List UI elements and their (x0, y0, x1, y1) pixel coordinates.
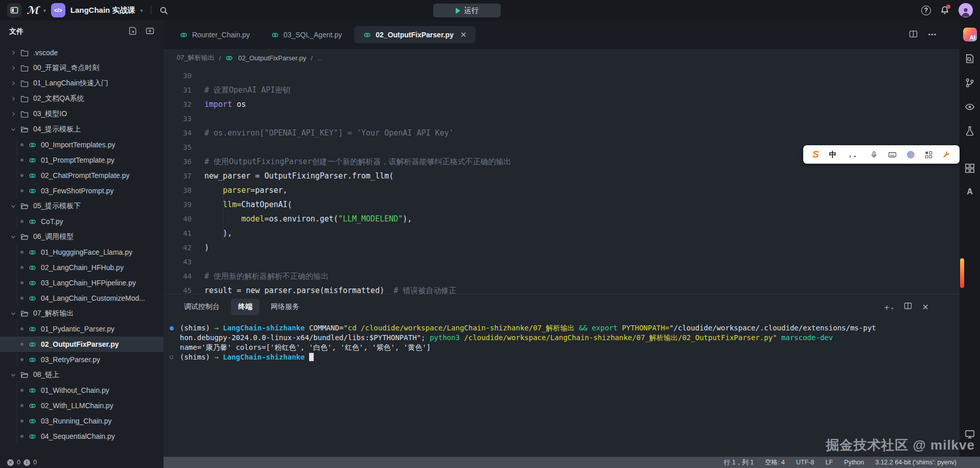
eye-icon[interactable] (965, 102, 975, 112)
tree-file[interactable]: 03_LangChain_HFPipeline.py (0, 275, 164, 291)
langchain-file-icon (29, 249, 37, 256)
help-icon[interactable]: ? (921, 6, 931, 15)
grid-icon[interactable] (925, 151, 932, 159)
line-number: 39 (164, 200, 192, 209)
line-number: 37 (164, 172, 192, 180)
code-editor[interactable]: 3031# 设置OpenAI API密钥32import os3334# os.… (164, 66, 960, 294)
ai-badge[interactable]: AI (963, 28, 977, 41)
tree-item-label: 03_FewShotPrompt.py (41, 187, 113, 195)
tree-file[interactable]: 00_ImportTemplates.py (0, 137, 164, 152)
project-name[interactable]: LangChain 实战课 (71, 6, 135, 15)
line-number: 31 (164, 86, 192, 94)
terminal-text: (shims) → LangChain-shizhanke (180, 352, 314, 362)
tree-folder[interactable]: 03_模型IO (0, 106, 164, 122)
code-line: 38 parser=parser, (164, 183, 960, 197)
line-number: 30 (164, 72, 192, 80)
sidebar-toggle-button[interactable] (7, 3, 21, 17)
tree-file[interactable]: 01_Pydantic_Parser.py (0, 321, 164, 337)
tree-file[interactable]: 03_RetryParser.py (0, 352, 164, 367)
breadcrumb-file[interactable]: 02_OutputFixParser.py (238, 54, 306, 62)
microphone-icon[interactable] (870, 151, 878, 159)
line-number: 45 (164, 286, 192, 294)
editor-tab[interactable]: Rounter_Chain.py (171, 26, 259, 43)
close-icon[interactable]: ✕ (460, 30, 467, 39)
line-number: 44 (164, 272, 192, 280)
new-terminal-icon[interactable]: ＋▾ (882, 301, 894, 313)
tree-folder[interactable]: .vscode (0, 45, 164, 60)
tree-folder[interactable]: 01_LangChain快速入门 (0, 76, 164, 91)
run-button[interactable]: 运行 (433, 4, 501, 17)
tree-file[interactable]: 02_OutputFixParser.py (0, 337, 164, 352)
tab-label: 02_OutputFixParser.py (376, 31, 454, 39)
new-folder-icon[interactable] (146, 27, 154, 37)
bell-icon[interactable] (940, 6, 949, 15)
more-actions-icon[interactable]: ⋯ (928, 30, 936, 40)
tree-file[interactable]: CoT.py (0, 214, 164, 229)
status-indentation[interactable]: 空格: 4 (765, 458, 785, 467)
chinese-mode-icon[interactable]: 中 (829, 150, 837, 160)
new-file-icon[interactable] (129, 27, 137, 37)
tree-folder[interactable]: 07_解析输出 (0, 306, 164, 321)
langchain-file-icon (29, 356, 37, 364)
project-badge[interactable]: </> (51, 3, 65, 17)
editor-tab[interactable]: 02_OutputFixParser.py✕ (354, 26, 476, 43)
keyboard-icon[interactable] (888, 150, 897, 159)
chevron-down-icon[interactable]: ▾ (43, 8, 46, 13)
tree-file[interactable]: 01_PromptTemplate.py (0, 152, 164, 168)
file-search-icon[interactable] (965, 54, 975, 64)
file-status-dot (20, 297, 24, 300)
tree-folder[interactable]: 04_提示模板上 (0, 122, 164, 137)
tree-file[interactable]: 02_LangChain_HFHub.py (0, 260, 164, 275)
tree-file[interactable]: 02_With_LLMChain.py (0, 398, 164, 413)
beaker-icon[interactable] (965, 126, 975, 136)
tree-file[interactable]: 04_LangChain_CustomizeMod... (0, 291, 164, 306)
chevron-down-icon[interactable]: ▾ (140, 8, 143, 13)
status-eol[interactable]: LF (825, 459, 833, 466)
panel-tab[interactable]: 终端 (231, 299, 260, 315)
tree-file[interactable]: 01_HugggingFace_Llama.py (0, 244, 164, 260)
status-python-interpreter[interactable]: 3.12.2 64-bit ('shims': pyenv) (875, 459, 956, 466)
code-segment (204, 200, 223, 209)
terminal-segment: LangChain-shizhanke (223, 324, 309, 332)
avatar[interactable] (959, 3, 973, 17)
search-icon[interactable] (159, 6, 168, 15)
problems-section[interactable]: ✕ 0 ! 0 (0, 457, 164, 468)
file-status-dot (20, 404, 24, 407)
tree-folder[interactable]: 02_文档QA系统 (0, 91, 164, 106)
status-language-mode[interactable]: Python (844, 459, 864, 466)
terminal-cursor (309, 353, 314, 361)
tree-file[interactable]: 02_ChatPromptTemplate.py (0, 168, 164, 183)
wrench-icon[interactable] (943, 151, 950, 159)
status-encoding[interactable]: UTF-8 (796, 459, 814, 466)
source-control-icon[interactable] (965, 78, 975, 88)
editor-tab[interactable]: 03_SQL_Agent.py (262, 26, 351, 43)
code-segment: ) (204, 243, 209, 252)
translate-icon[interactable]: A (967, 187, 973, 196)
breadcrumb-folder[interactable]: 07_解析输出 (177, 53, 215, 62)
scrollbar-mark[interactable] (960, 258, 964, 288)
punctuation-icon[interactable]: ，。 (847, 150, 860, 159)
panel-tab[interactable]: 调试控制台 (177, 299, 227, 315)
breadcrumb-more[interactable]: ... (317, 54, 323, 62)
tree-folder[interactable]: 08_链上 (0, 367, 164, 383)
panel-tab[interactable]: 网络服务 (264, 299, 307, 315)
line-number: 33 (164, 115, 192, 123)
split-panel-icon[interactable] (904, 302, 912, 312)
tree-file[interactable]: 01_Without_Chain.py (0, 383, 164, 398)
terminal-segment: python3 (430, 333, 464, 342)
extensions-icon[interactable] (965, 163, 975, 173)
sogou-logo[interactable]: S (812, 149, 819, 160)
tree-file[interactable]: 03_FewShotPrompt.py (0, 183, 164, 198)
tree-file[interactable]: 04_SequentialChain.py (0, 429, 164, 444)
langchain-file-icon (180, 31, 188, 39)
close-panel-icon[interactable]: ✕ (922, 302, 929, 312)
status-cursor-position[interactable]: 行 1，列 1 (724, 458, 754, 467)
code-segment: result = new_parser.parse(misformatted) (204, 286, 393, 294)
tree-folder[interactable]: 00_开篇词_奇点时刻 (0, 60, 164, 76)
skin-icon[interactable] (907, 151, 915, 159)
tree-folder[interactable]: 06_调用模型 (0, 229, 164, 244)
tree-file[interactable]: 03_Running_Chain.py (0, 413, 164, 429)
marscode-logo[interactable]: ℳ (27, 4, 38, 16)
split-editor-icon[interactable] (909, 30, 918, 40)
tree-folder[interactable]: 05_提示模板下 (0, 198, 164, 214)
